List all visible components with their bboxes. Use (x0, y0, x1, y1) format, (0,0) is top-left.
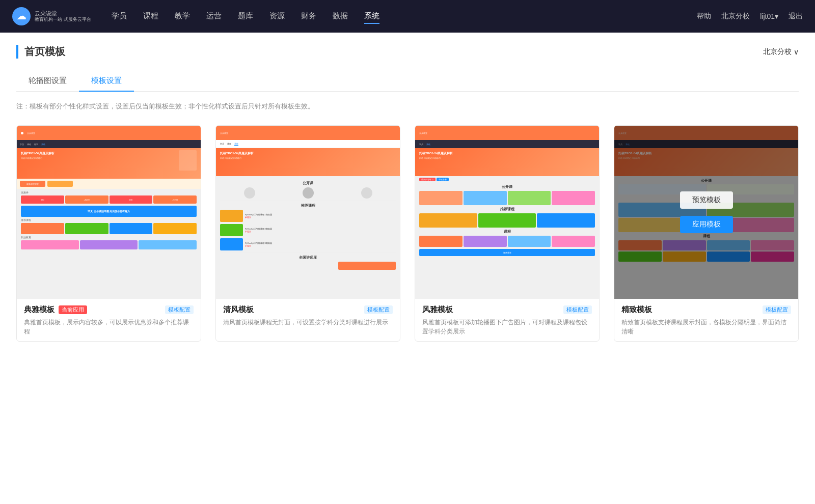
template-card-qingfeng: 云朵说堂 学员 课程 系统 托福TPO1-54真题及解析 口语 口语笔记 口语练… (215, 125, 400, 342)
nav-item-ziyuan[interactable]: 资源 (269, 9, 285, 24)
template-name-fengya: 风雅模板 (422, 305, 453, 315)
template-card-fengya: 云朵说堂 学员 系统 托福TPO1-54真题及解析 口语 口语笔记 口语练习 最… (415, 125, 600, 342)
nav-item-jiaoxue[interactable]: 教学 (175, 9, 190, 24)
badge-current-dianye: 当前应用 (59, 305, 87, 314)
chevron-down-icon: ∨ (794, 48, 799, 56)
template-desc-fengya: 风雅首页模板可添加轮播图下广告图片，可对课程及课程包设置学科分类展示 (422, 318, 592, 336)
nav-item-xitong[interactable]: 系统 (364, 9, 379, 24)
card-footer-jingzhi: 精致模板 模板配置 精致首页模板支持课程展示封面，各模板分隔明显，界面简洁清晰 (614, 299, 798, 341)
preview-button-jingzhi[interactable]: 预览模板 (680, 191, 733, 209)
template-card-jingzhi: 云朵说堂 学员 系统 托福TPO1-54真题及解析 口语 口语笔记 口语练习 公… (614, 125, 799, 342)
logout-link[interactable]: 退出 (789, 12, 803, 21)
branch-selector[interactable]: 北京分校 ∨ (763, 47, 799, 57)
template-desc-jingzhi: 精致首页模板支持课程展示封面，各模板分隔明显，界面简洁清晰 (621, 318, 791, 336)
card-footer-dianye: 典雅模板 当前应用 模板配置 典雅首页模板，展示内容较多，可以展示优惠券和多个推… (17, 299, 201, 341)
user-menu[interactable]: lijt01▾ (760, 12, 778, 20)
nav-item-shuju[interactable]: 数据 (333, 9, 348, 24)
config-button-dianye[interactable]: 模板配置 (165, 305, 194, 314)
page-header: 首页模板 北京分校 ∨ (16, 45, 799, 59)
template-thumbnail-fengya: 云朵说堂 学员 系统 托福TPO1-54真题及解析 口语 口语笔记 口语练习 最… (415, 126, 599, 299)
config-button-jingzhi[interactable]: 模板配置 (763, 305, 791, 314)
template-overlay-jingzhi: 预览模板 应用模板 (614, 126, 798, 299)
note-text: 注：模板有部分个性化样式设置，设置后仅当前模板生效；非个性化样式设置后只针对所有… (16, 102, 799, 111)
templates-grid: 云朵说堂 学员 课程 教学 系统 托福TPO1-54真题及解析 口语 口语笔记 … (16, 125, 799, 342)
card-footer-qingfeng: 清风模板 模板配置 清风首页模板课程无封面，可设置按学科分类对课程进行展示 (216, 299, 400, 332)
logo-text: 云朵说堂 教育机构一站 式服务云平台 (35, 10, 91, 23)
template-card-dianye: 云朵说堂 学员 课程 教学 系统 托福TPO1-54真题及解析 口语 口语笔记 … (16, 125, 201, 342)
navbar: ☁ 云朵说堂 教育机构一站 式服务云平台 学员 课程 教学 运营 题库 资源 财… (0, 0, 815, 33)
apply-button-jingzhi[interactable]: 应用模板 (680, 216, 733, 233)
template-desc-dianye: 典雅首页模板，展示内容较多，可以展示优惠券和多个推荐课程 (24, 318, 194, 336)
branch-link[interactable]: 北京分校 (721, 12, 750, 21)
template-name-jingzhi: 精致模板 (621, 305, 652, 315)
nav-item-caiwu[interactable]: 财务 (301, 9, 316, 24)
nav-item-kecheng[interactable]: 课程 (143, 9, 158, 24)
template-name-dianye: 典雅模板 (24, 305, 55, 315)
template-preview-dianye: 云朵说堂 学员 课程 教学 系统 托福TPO1-54真题及解析 口语 口语笔记 … (17, 126, 201, 299)
logo-icon: ☁ (12, 7, 31, 25)
logo: ☁ 云朵说堂 教育机构一站 式服务云平台 (12, 7, 91, 25)
tab-template[interactable]: 模板设置 (79, 71, 134, 92)
nav-item-tiku[interactable]: 题库 (238, 9, 253, 24)
nav-right: 帮助 北京分校 lijt01▾ 退出 (697, 12, 803, 21)
help-link[interactable]: 帮助 (697, 12, 711, 21)
template-preview-qingfeng: 云朵说堂 学员 课程 系统 托福TPO1-54真题及解析 口语 口语笔记 口语练… (216, 126, 400, 299)
page-title: 首页模板 (16, 45, 65, 59)
page-content: 首页模板 北京分校 ∨ 轮播图设置 模板设置 注：模板有部分个性化样式设置，设置… (0, 33, 815, 504)
template-thumbnail-dianye: 云朵说堂 学员 课程 教学 系统 托福TPO1-54真题及解析 口语 口语笔记 … (17, 126, 201, 299)
tab-carousel[interactable]: 轮播图设置 (16, 71, 79, 92)
config-button-fengya[interactable]: 模板配置 (563, 305, 592, 314)
template-name-qingfeng: 清风模板 (223, 305, 254, 315)
template-preview-fengya: 云朵说堂 学员 系统 托福TPO1-54真题及解析 口语 口语笔记 口语练习 最… (415, 126, 599, 299)
nav-item-yunying[interactable]: 运营 (206, 9, 222, 24)
nav-menu: 学员 课程 教学 运营 题库 资源 财务 数据 系统 (112, 9, 697, 24)
nav-item-xueyuan[interactable]: 学员 (112, 9, 127, 24)
tabs: 轮播图设置 模板设置 (16, 71, 799, 92)
template-thumbnail-qingfeng: 云朵说堂 学员 课程 系统 托福TPO1-54真题及解析 口语 口语笔记 口语练… (216, 126, 400, 299)
card-footer-fengya: 风雅模板 模板配置 风雅首页模板可添加轮播图下广告图片，可对课程及课程包设置学科… (415, 299, 599, 341)
template-desc-qingfeng: 清风首页模板课程无封面，可设置按学科分类对课程进行展示 (223, 318, 393, 327)
template-preview-jingzhi: 云朵说堂 学员 系统 托福TPO1-54真题及解析 口语 口语笔记 口语练习 公… (614, 126, 798, 299)
config-button-qingfeng[interactable]: 模板配置 (364, 305, 393, 314)
